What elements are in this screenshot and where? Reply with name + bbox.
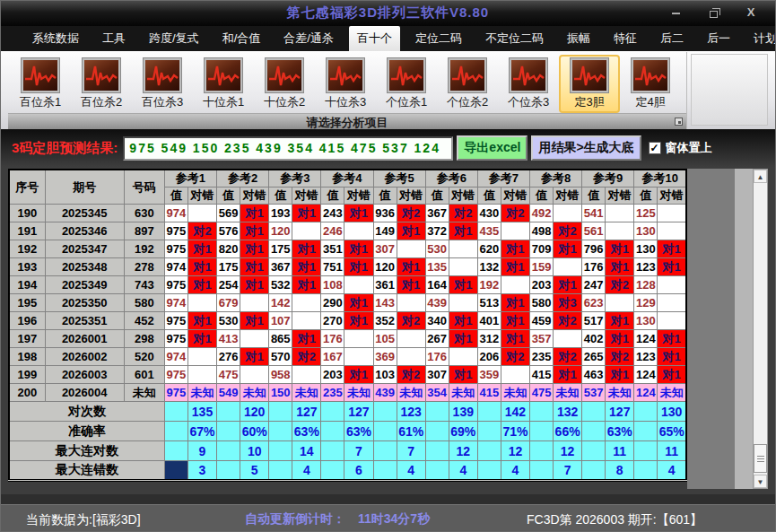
summary-value-cell[interactable]: 123 [397, 402, 425, 422]
summary-value-cell[interactable]: 71% [501, 422, 529, 441]
ref-result-cell[interactable]: 对1 [449, 330, 477, 348]
ref-result-cell[interactable]: 对1 [606, 330, 634, 348]
summary-blank-cell[interactable] [373, 441, 397, 461]
ref-result-cell[interactable] [658, 276, 686, 294]
ref-result-cell[interactable]: 未知 [344, 384, 373, 402]
ref-result-cell[interactable]: 对1 [501, 258, 529, 276]
ref-result-cell[interactable]: 对1 [187, 240, 216, 258]
ref-value-cell[interactable]: 150 [269, 384, 292, 402]
summary-blank-cell[interactable] [477, 402, 501, 422]
ref-value-cell[interactable]: 270 [321, 312, 344, 330]
summary-blank-cell[interactable] [321, 402, 344, 422]
ref-result-cell[interactable]: 对1 [501, 312, 529, 330]
ref-value-cell[interactable]: 267 [425, 330, 449, 348]
ref-value-cell[interactable]: 751 [321, 258, 344, 276]
tool-button[interactable]: 定4胆 [620, 55, 681, 113]
ref-value-cell[interactable]: 132 [477, 258, 501, 276]
ref-result-cell[interactable]: 对1 [554, 240, 582, 258]
ref-result-cell[interactable] [344, 330, 373, 348]
ref-result-cell[interactable] [187, 348, 216, 366]
ref-value-cell[interactable]: 530 [425, 240, 449, 258]
ref-value-cell[interactable]: 415 [530, 366, 554, 384]
tool-button[interactable]: 个位杀2 [437, 55, 498, 113]
ref-result-cell[interactable]: 对1 [606, 312, 634, 330]
ref-value-cell[interactable]: 532 [269, 276, 292, 294]
ref-value-cell[interactable]: 975 [164, 222, 187, 240]
selected-cell[interactable] [164, 461, 187, 481]
ref-value-cell[interactable]: 123 [634, 348, 658, 366]
ref-value-cell[interactable]: 142 [269, 294, 292, 312]
ref-value-cell[interactable]: 167 [321, 348, 344, 366]
ref-value-cell[interactable]: 865 [269, 330, 292, 348]
summary-value-cell[interactable]: 4 [292, 461, 321, 481]
ref-result-cell[interactable]: 对2 [187, 222, 216, 240]
ref-result-cell[interactable]: 对1 [344, 205, 373, 222]
ref-result-cell[interactable]: 对2 [554, 348, 582, 366]
ref-value-cell[interactable]: 175 [269, 240, 292, 258]
summary-blank-cell[interactable] [373, 461, 397, 481]
ref-result-cell[interactable]: 对2 [397, 312, 425, 330]
issue-cell[interactable]: 2026003 [45, 366, 124, 384]
issue-cell[interactable]: 2025351 [45, 312, 124, 330]
ref-value-cell[interactable]: 975 [164, 384, 187, 402]
export-excel-button[interactable]: 导出excel [457, 135, 528, 161]
ref-value-cell[interactable]: 243 [321, 205, 344, 222]
ref-value-cell[interactable]: 475 [217, 366, 240, 384]
tool-button[interactable]: 十位杀1 [193, 55, 254, 113]
ref-result-cell[interactable] [292, 312, 321, 330]
ref-value-cell[interactable]: 193 [269, 205, 292, 222]
ref-result-cell[interactable] [240, 330, 269, 348]
ref-result-cell[interactable] [554, 205, 582, 222]
ref-result-cell[interactable]: 未知 [554, 384, 582, 402]
ref-result-cell[interactable]: 对2 [606, 348, 634, 366]
ref-value-cell[interactable]: 130 [634, 312, 658, 330]
tool-button[interactable]: 十位杀3 [315, 55, 376, 113]
ref-result-cell[interactable] [187, 366, 216, 384]
ref-value-cell[interactable]: 103 [373, 366, 397, 384]
seq-cell[interactable]: 190 [9, 205, 45, 222]
number-cell[interactable]: 601 [124, 366, 164, 384]
ref-result-cell[interactable] [344, 222, 373, 240]
summary-value-cell[interactable]: 4 [449, 461, 477, 481]
ref-value-cell[interactable]: 430 [477, 205, 501, 222]
issue-cell[interactable]: 2026004 [45, 384, 124, 402]
summary-value-cell[interactable]: 11 [658, 441, 686, 461]
summary-value-cell[interactable]: 6 [344, 461, 373, 481]
ref-value-cell[interactable]: 975 [164, 330, 187, 348]
ref-value-cell[interactable]: 537 [582, 384, 606, 402]
issue-cell[interactable]: 2025346 [45, 222, 124, 240]
ref-value-cell[interactable]: 620 [477, 240, 501, 258]
seq-cell[interactable]: 197 [9, 330, 45, 348]
ref-value-cell[interactable]: 549 [217, 384, 240, 402]
ref-result-cell[interactable] [501, 222, 529, 240]
ref-result-cell[interactable]: 对1 [501, 240, 529, 258]
ref-value-cell[interactable]: 247 [582, 276, 606, 294]
menu-item[interactable]: 后二 [652, 26, 692, 51]
ref-value-cell[interactable]: 123 [634, 258, 658, 276]
ref-value-cell[interactable]: 413 [217, 330, 240, 348]
ref-value-cell[interactable]: 206 [477, 348, 501, 366]
ref-value-cell[interactable]: 340 [425, 312, 449, 330]
ref-result-cell[interactable] [292, 366, 321, 384]
ref-value-cell[interactable]: 128 [634, 276, 658, 294]
ref-value-cell[interactable]: 541 [582, 205, 606, 222]
ref-result-cell[interactable]: 对1 [397, 276, 425, 294]
ref-value-cell[interactable]: 176 [425, 348, 449, 366]
ref-result-cell[interactable]: 未知 [658, 384, 686, 402]
summary-value-cell[interactable]: 4 [397, 461, 425, 481]
ref-result-cell[interactable]: 对1 [658, 240, 686, 258]
ref-value-cell[interactable]: 124 [634, 384, 658, 402]
summary-value-cell[interactable]: 10 [240, 441, 269, 461]
ref-value-cell[interactable]: 143 [373, 294, 397, 312]
ref-result-cell[interactable] [397, 294, 425, 312]
ref-result-cell[interactable]: 对1 [344, 312, 373, 330]
number-cell[interactable]: 630 [124, 205, 164, 222]
number-cell[interactable]: 743 [124, 276, 164, 294]
ref-value-cell[interactable]: 265 [582, 348, 606, 366]
summary-blank-cell[interactable] [217, 422, 240, 441]
summary-blank-cell[interactable] [269, 461, 292, 481]
summary-blank-cell[interactable] [269, 402, 292, 422]
number-cell[interactable]: 192 [124, 240, 164, 258]
summary-blank-cell[interactable] [582, 422, 606, 441]
ref-value-cell[interactable]: 367 [269, 258, 292, 276]
